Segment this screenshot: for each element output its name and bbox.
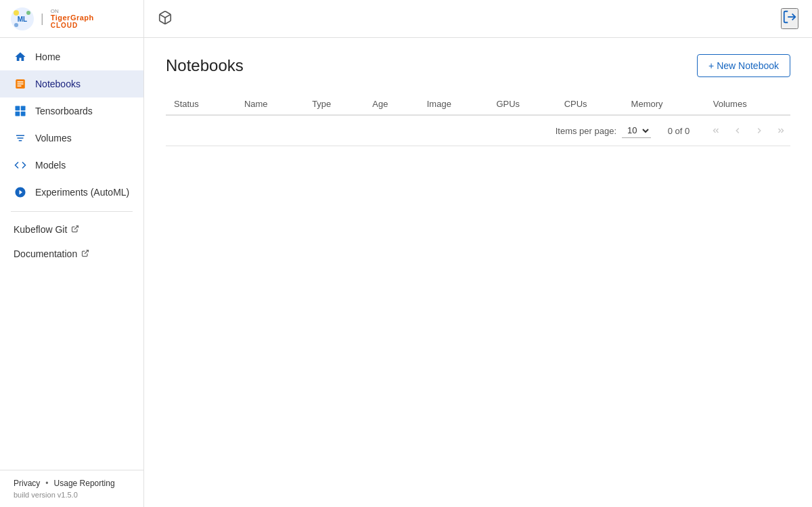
svg-text:ML: ML bbox=[18, 16, 27, 23]
kubeflow-git-label: Kubeflow Git bbox=[14, 224, 67, 235]
logout-button[interactable] bbox=[781, 8, 798, 29]
logout-icon bbox=[782, 9, 797, 24]
logo: ML | on TigerGraph CLOUD bbox=[11, 7, 94, 30]
sidebar-item-home-label: Home bbox=[35, 51, 60, 62]
sidebar-item-volumes-label: Volumes bbox=[35, 133, 72, 144]
page-title: Notebooks bbox=[166, 56, 244, 75]
sidebar-footer: Privacy • Usage Reporting build version … bbox=[0, 470, 143, 507]
pagination-nav bbox=[706, 121, 790, 140]
sidebar-item-volumes[interactable]: Volumes bbox=[0, 125, 143, 152]
logo-separator: | bbox=[41, 12, 44, 26]
logo-cloud-text: TigerGraph CLOUD bbox=[51, 14, 94, 29]
items-per-page-select[interactable]: 10 5 25 50 bbox=[622, 123, 651, 138]
col-age: Age bbox=[364, 93, 419, 115]
svg-rect-6 bbox=[18, 81, 24, 83]
svg-rect-9 bbox=[16, 106, 20, 111]
sidebar-nav: Home Notebooks Tensorboards Volumes bbox=[0, 38, 143, 470]
col-cpus: CPUs bbox=[556, 93, 623, 115]
first-page-icon bbox=[711, 126, 721, 135]
table-header: Status Name Type Age Image GPUs CPUs Mem… bbox=[166, 93, 790, 115]
col-name: Name bbox=[236, 93, 304, 115]
new-notebook-button[interactable]: + New Notebook bbox=[697, 54, 790, 77]
sidebar-header: ML | on TigerGraph CLOUD bbox=[0, 0, 143, 38]
external-link-icon bbox=[71, 225, 79, 234]
models-icon bbox=[14, 158, 27, 172]
col-volumes: Volumes bbox=[705, 93, 790, 115]
items-per-page-label: Items per page: bbox=[556, 126, 616, 136]
notebooks-table: Status Name Type Age Image GPUs CPUs Mem… bbox=[166, 93, 790, 116]
last-page-button[interactable] bbox=[771, 121, 790, 140]
svg-rect-10 bbox=[21, 106, 26, 111]
content-area: Notebooks + New Notebook Status Name Typ… bbox=[144, 38, 812, 507]
sidebar-item-notebooks[interactable]: Notebooks bbox=[0, 70, 143, 97]
page-header: Notebooks + New Notebook bbox=[166, 54, 790, 77]
box-icon bbox=[158, 10, 173, 25]
sidebar-item-tensorboards[interactable]: Tensorboards bbox=[0, 97, 143, 125]
prev-page-button[interactable] bbox=[728, 121, 747, 140]
first-page-button[interactable] bbox=[706, 121, 725, 140]
documentation-external-icon bbox=[81, 249, 89, 259]
notebooks-icon bbox=[14, 77, 27, 91]
sidebar-item-models-label: Models bbox=[35, 160, 66, 171]
pagination-bar: Items per page: 10 5 25 50 0 of 0 bbox=[166, 116, 790, 146]
sidebar-item-notebooks-label: Notebooks bbox=[35, 79, 81, 89]
build-version: build version v1.5.0 bbox=[14, 491, 130, 499]
svg-line-13 bbox=[74, 226, 78, 230]
volumes-icon bbox=[14, 131, 27, 145]
last-page-icon bbox=[776, 126, 786, 135]
experiments-icon bbox=[14, 185, 27, 199]
col-image: Image bbox=[419, 93, 489, 115]
footer-links: Privacy • Usage Reporting bbox=[14, 479, 130, 488]
sidebar: ML | on TigerGraph CLOUD Home bbox=[0, 0, 144, 507]
svg-point-2 bbox=[14, 10, 19, 16]
prev-page-icon bbox=[733, 126, 742, 135]
sidebar-item-tensorboards-label: Tensorboards bbox=[35, 106, 93, 116]
topbar-right bbox=[781, 8, 798, 29]
sidebar-item-home[interactable]: Home bbox=[0, 43, 143, 70]
sidebar-item-experiments-label: Experiments (AutoML) bbox=[35, 187, 129, 198]
documentation-label: Documentation bbox=[14, 248, 77, 259]
col-memory: Memory bbox=[623, 93, 705, 115]
next-page-button[interactable] bbox=[750, 121, 769, 140]
sidebar-item-experiments[interactable]: Experiments (AutoML) bbox=[0, 179, 143, 206]
svg-point-3 bbox=[26, 11, 30, 15]
sidebar-item-documentation[interactable]: Documentation bbox=[0, 242, 143, 266]
svg-rect-11 bbox=[16, 112, 20, 116]
home-icon bbox=[14, 50, 27, 64]
page-info: 0 of 0 bbox=[662, 126, 696, 136]
svg-rect-8 bbox=[18, 85, 22, 87]
tigergraph-logo: on TigerGraph CLOUD bbox=[51, 9, 94, 29]
sidebar-item-kubeflow-git[interactable]: Kubeflow Git bbox=[0, 217, 143, 242]
items-per-page: Items per page: 10 5 25 50 bbox=[556, 123, 651, 138]
col-gpus: GPUs bbox=[488, 93, 556, 115]
tensorboards-icon bbox=[14, 104, 27, 118]
next-page-icon bbox=[754, 126, 764, 135]
svg-line-14 bbox=[85, 250, 89, 255]
usage-reporting-link[interactable]: Usage Reporting bbox=[54, 479, 115, 488]
topbar bbox=[144, 0, 812, 38]
svg-point-4 bbox=[14, 23, 18, 27]
col-type: Type bbox=[304, 93, 364, 115]
svg-rect-12 bbox=[21, 112, 26, 116]
footer-dot: • bbox=[45, 479, 48, 488]
main-area: Notebooks + New Notebook Status Name Typ… bbox=[144, 0, 812, 507]
topbar-app-icon bbox=[158, 10, 173, 28]
privacy-link[interactable]: Privacy bbox=[14, 479, 40, 488]
svg-rect-7 bbox=[18, 83, 24, 85]
nav-divider bbox=[11, 211, 133, 212]
col-status: Status bbox=[166, 93, 236, 115]
sidebar-item-models[interactable]: Models bbox=[0, 152, 143, 179]
ml-logo-icon: ML bbox=[11, 7, 34, 30]
